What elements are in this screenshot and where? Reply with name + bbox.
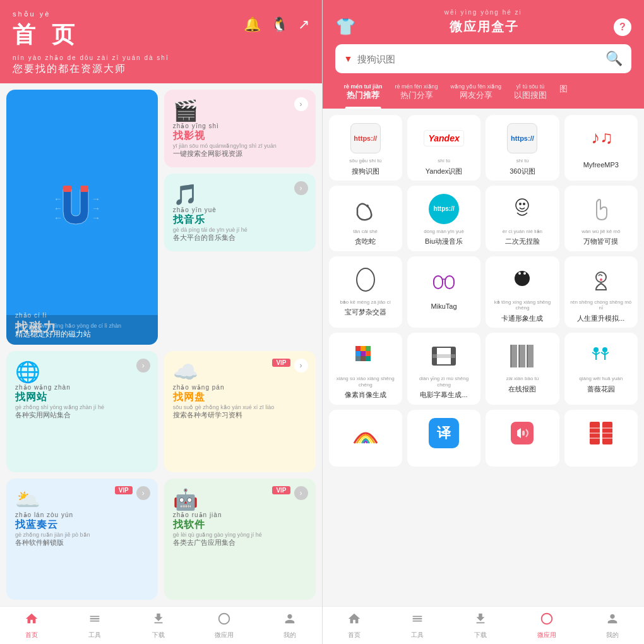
zhaoyingshi-card[interactable]: › 🎬 zhǎo yǐng shì 找影视 yī jiàn sōu mó quá… bbox=[164, 90, 316, 167]
cartoon-gen-name: 卡通形象生成 bbox=[501, 314, 543, 323]
translate-icon: 译 bbox=[428, 417, 460, 449]
tab-hot-share[interactable]: rè mén fēn xiǎng 热门分享 bbox=[389, 80, 444, 109]
taicaishe-pinyin: tān cái shé bbox=[353, 229, 378, 235]
zhaowangzhan-pinyin: zhǎo wǎng zhàn bbox=[15, 384, 149, 391]
nav-download-right[interactable]: 下载 bbox=[474, 612, 487, 640]
title-pinyin: shǒu yè bbox=[13, 10, 80, 18]
svg-point-13 bbox=[357, 268, 374, 291]
svg-rect-36 bbox=[519, 345, 525, 367]
mikutag-name: MikuTag bbox=[431, 302, 457, 311]
filter-icon[interactable]: ▼ bbox=[344, 54, 353, 64]
zhaowangpan-arrow[interactable]: › bbox=[294, 359, 308, 373]
nav-tools-left[interactable]: 工具 bbox=[88, 612, 102, 640]
zhaowangzhan-desc: 各种实用网站集合 bbox=[15, 410, 149, 420]
zhaowangzhan-arrow[interactable]: › bbox=[136, 359, 150, 373]
tab-image-search[interactable]: yǐ tú sōu tú 以图搜图 bbox=[508, 80, 553, 109]
nav-home-left[interactable]: 首页 bbox=[25, 612, 39, 640]
svg-point-21 bbox=[600, 278, 602, 281]
baoke-egg-icon bbox=[350, 264, 381, 295]
svg-point-11 bbox=[519, 203, 522, 205]
nav-mine-right[interactable]: 我的 bbox=[605, 612, 619, 640]
zhaoyinyue-arrow[interactable]: › bbox=[294, 181, 308, 195]
app-360-img[interactable]: https:// shí tú 360识图 bbox=[486, 115, 559, 181]
rose-garden-icon bbox=[585, 340, 617, 372]
svg-point-12 bbox=[523, 203, 525, 205]
zhaoruanjian-title: 找软件 bbox=[173, 518, 307, 532]
app-yandex[interactable]: Yandex shí tú Yandex识图 bbox=[407, 115, 480, 181]
right-panel: wēi yìng yòng hé zi 👕 微应用盒子 ? ▼ 🔍 rè mén… bbox=[323, 0, 645, 644]
app-wanwu-touch[interactable]: wàn wù jiē kě mō 万物皆可摸 bbox=[564, 186, 638, 251]
zhaoyingshi-desc: 一键搜索全网影视资源 bbox=[173, 149, 307, 158]
app-pixel-portrait[interactable]: xiàng sù xiào xiàng shēng chéng 像素肖像生成 bbox=[329, 333, 402, 404]
app-myfreemp3[interactable]: ♪♫ MyfreeMP3 bbox=[564, 115, 638, 181]
zhaocili-card[interactable]: → → → ← ← ← zhǎo cí lì 找磁力 jīng xuǎn wěn… bbox=[6, 90, 158, 345]
app-rose-garden[interactable]: qiáng wēi huā yuán 蔷薇花园 bbox=[564, 333, 638, 404]
pixel-portrait-icon bbox=[350, 340, 381, 372]
zhaoruanjian-card[interactable]: VIP › 🤖 zhǎo ruǎn jiàn 找软件 gè lèi qù guǎ… bbox=[164, 479, 316, 600]
question-button[interactable]: ? bbox=[614, 18, 631, 36]
app-rainbow[interactable] bbox=[329, 410, 402, 467]
bell-icon[interactable]: 🔔 bbox=[244, 16, 261, 33]
zhaoruanjian-pinyin: zhǎo ruǎn jiàn bbox=[173, 511, 307, 518]
2d-face-icon bbox=[506, 193, 538, 225]
app-mikutag[interactable]: MikuTag bbox=[407, 256, 480, 328]
tab-pinyin-1: rè mén fēn xiǎng bbox=[395, 83, 438, 90]
zhaowangpan-pinyin: zhǎo wǎng pán bbox=[173, 384, 307, 391]
qq-icon[interactable]: 🐧 bbox=[271, 16, 288, 33]
tab-more[interactable]: 图 bbox=[553, 80, 574, 109]
nav-apps-right[interactable]: 微应用 bbox=[537, 612, 556, 640]
right-bottom-nav: 首页 工具 下载 微应用 我的 bbox=[323, 606, 645, 644]
zhaowangzhan-card[interactable]: › 🌐 zhǎo wǎng zhàn 找网站 gè zhǒng shí yòng… bbox=[6, 351, 158, 472]
app-cartoon-gen[interactable]: kǎ tōng xíng xiàng shēng chéng 卡通形象生成 bbox=[486, 256, 559, 328]
app-sougou-img[interactable]: https:// sōu gǒu shí tú 搜狗识图 bbox=[329, 115, 402, 181]
app-movie-subtitle[interactable]: diàn yǐng zì mù shēng chéng 电影字幕生成... bbox=[407, 333, 480, 404]
nav-mine-left[interactable]: 我的 bbox=[283, 612, 297, 640]
nav-home-right[interactable]: 首页 bbox=[347, 612, 361, 640]
app-online-chart[interactable]: zài xiàn bào tú 在线报图 bbox=[486, 333, 559, 404]
baoke-egg-pinyin: bǎo kě mèng zá jiāo cí bbox=[340, 299, 391, 306]
app-life-sim[interactable]: rén shēng chóng shēng mó nǐ 人生重升模拟... bbox=[564, 256, 638, 328]
svg-point-19 bbox=[523, 272, 526, 275]
zhaoyinyue-title: 找音乐 bbox=[173, 213, 307, 227]
left-header: shǒu yè 首 页 🔔 🐧 ↗ nín yào zhǎo de dōu zà… bbox=[0, 0, 322, 83]
app-translate[interactable]: 译 bbox=[407, 410, 480, 467]
app-redbook[interactable] bbox=[564, 410, 638, 467]
zhaolanzouyun-arrow[interactable]: › bbox=[136, 486, 150, 500]
zhaolanzouyun-card[interactable]: VIP › 🌥️ zhǎo lán zòu yún 找蓝奏云 gè zhǒng … bbox=[6, 479, 158, 600]
zhaoyingshi-arrow[interactable]: › bbox=[294, 97, 308, 111]
zhaowangpan-desc: 搜索各种考研学习资料 bbox=[173, 410, 307, 420]
app-baoke-egg[interactable]: bǎo kě mèng zá jiāo cí 宝可梦杂交器 bbox=[329, 256, 402, 328]
tab-hot-recommend[interactable]: rè mén tuī jiàn 热门推荐 bbox=[338, 80, 389, 109]
search-bar: ▼ 🔍 bbox=[335, 44, 632, 73]
nav-home-label: 首页 bbox=[25, 631, 38, 640]
myfreemp3-icon: ♪♫ bbox=[585, 122, 617, 154]
svg-text:←: ← bbox=[54, 194, 63, 204]
search-icon[interactable]: 🔍 bbox=[605, 51, 623, 67]
music-icon: 🎵 bbox=[173, 182, 307, 206]
app-taicaishe[interactable]: tān cái shé 贪吃蛇 bbox=[329, 186, 402, 251]
zhaowangpan-card[interactable]: VIP › ☁️ zhǎo wǎng pán 找网盘 sōu suǒ gè zh… bbox=[164, 351, 316, 472]
svg-rect-35 bbox=[511, 345, 517, 367]
svg-rect-6 bbox=[63, 186, 71, 192]
download-icon-left bbox=[152, 612, 165, 629]
magnet-graphic: → → → ← ← ← bbox=[54, 177, 110, 234]
nav-home-label-right: 首页 bbox=[348, 631, 361, 640]
zhaoyinyue-card[interactable]: › 🎵 zhǎo yīn yuè 找音乐 gè dà píng tái de y… bbox=[164, 174, 316, 251]
zhaoruanjian-arrow[interactable]: › bbox=[294, 486, 308, 500]
zhaoyinyue-pinyin: zhǎo yīn yuè bbox=[173, 206, 307, 213]
home-icon-right bbox=[347, 612, 361, 629]
app-speaker[interactable] bbox=[486, 410, 559, 467]
app-biu-anime[interactable]: https:// dòng màn yīn yuè Biu动漫音乐 bbox=[407, 186, 480, 251]
nav-apps-left[interactable]: 微应用 bbox=[215, 612, 234, 640]
tab-label-3: 以图搜图 bbox=[514, 90, 547, 101]
nav-tools-right[interactable]: 工具 bbox=[410, 612, 424, 640]
search-input[interactable] bbox=[357, 54, 600, 64]
myfreemp3-name: MyfreeMP3 bbox=[583, 160, 619, 169]
tab-friend-share[interactable]: wǎng yǒu fēn xiǎng 网友分享 bbox=[444, 80, 508, 109]
nav-download-left[interactable]: 下载 bbox=[152, 612, 165, 640]
app-2d-face[interactable]: èr cì yuán niè liǎn 二次无捏脸 bbox=[486, 186, 559, 251]
share-icon[interactable]: ↗ bbox=[298, 16, 309, 33]
svg-rect-24 bbox=[366, 346, 371, 351]
taicaishe-name: 贪吃蛇 bbox=[355, 237, 376, 246]
nav-tools-label-left: 工具 bbox=[88, 631, 101, 640]
